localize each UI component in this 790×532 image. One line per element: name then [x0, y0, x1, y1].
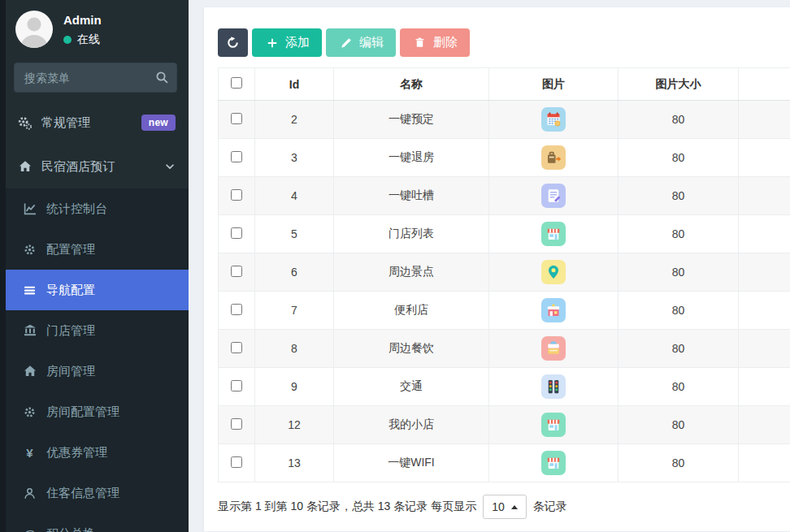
row-name: 一键吐槽 [334, 177, 489, 215]
user-panel: Admin 在线 [0, 0, 189, 56]
column-header: 图片 [489, 68, 619, 101]
row-select-cell [219, 253, 255, 292]
search-icon[interactable] [155, 71, 168, 87]
table-row[interactable]: 3一键退房80 [219, 139, 790, 177]
at-icon: @ [22, 528, 37, 532]
refresh-button[interactable] [218, 28, 248, 57]
column-header: 名称 [334, 68, 489, 101]
column-header: 图片大小 [619, 68, 739, 101]
table-row[interactable]: 9交通80 [219, 368, 790, 406]
sidebar-item-coupon-management[interactable]: ¥优惠券管理 [0, 432, 189, 473]
row-image-size: 80 [619, 101, 739, 139]
table-row[interactable]: 12我的小店80 [219, 406, 790, 444]
table-toolbar: 添加 编辑 删除 [218, 28, 790, 57]
edit-button[interactable]: 编辑 [326, 28, 396, 57]
sidebar-item-label: 统计控制台 [46, 201, 107, 217]
chevron-down-icon [164, 161, 176, 172]
yen-icon: ¥ [22, 447, 37, 459]
row-select-cell [219, 177, 255, 215]
row-actions-cell [739, 253, 790, 292]
row-image-cell [489, 292, 619, 330]
person-icon [15, 11, 53, 48]
row-id: 5 [255, 215, 334, 253]
sidebar-item-label: 房间配置管理 [46, 404, 119, 420]
sidebar-item-room-management[interactable]: 房间管理 [0, 351, 189, 391]
sidebar-item-points-exchange[interactable]: @积分兑换 [0, 513, 189, 532]
row-image-cell [489, 101, 619, 139]
row-select-cell [219, 101, 255, 139]
row-name: 我的小店 [334, 406, 489, 444]
sidebar-item-guest-info-management[interactable]: 住客信息管理 [0, 473, 189, 513]
row-image-size: 80 [619, 368, 739, 406]
row-checkbox[interactable] [231, 113, 242, 124]
sidebar-item-stats-console[interactable]: 统计控制台 [0, 188, 189, 229]
pagination: 显示第 1 到第 10 条记录，总共 13 条记录 每页显示 10 条记录 [218, 495, 790, 519]
sidebar-item-label: 常规管理 [41, 115, 90, 131]
avatar [15, 11, 53, 48]
trash-icon [412, 37, 428, 48]
row-select-cell [219, 139, 255, 177]
select-all-checkbox[interactable] [231, 77, 242, 89]
delete-button[interactable]: 删除 [400, 28, 470, 57]
row-checkbox[interactable] [231, 342, 242, 353]
gears-icon [17, 116, 33, 130]
user-name: Admin [63, 13, 102, 27]
table-row[interactable]: 4一键吐槽80 [219, 177, 790, 215]
pin-icon [541, 260, 566, 284]
table-header-row: Id名称图片图片大小 [219, 68, 790, 101]
bank-icon [22, 324, 37, 337]
sidebar-item-room-config-management[interactable]: 房间配置管理 [0, 391, 189, 432]
sidebar-item-label: 优惠券管理 [46, 445, 107, 461]
table-row[interactable]: 6周边景点80 [219, 253, 790, 292]
pagination-summary-prefix: 显示第 1 到第 10 条记录，总共 13 条记录 每页显示 [218, 500, 476, 514]
sidebar-item-config-management[interactable]: 配置管理 [0, 229, 189, 270]
main-content: 添加 编辑 删除 [189, 0, 790, 532]
column-header: Id [255, 68, 334, 101]
home-icon [22, 365, 37, 378]
sidebar-item-label: 积分兑换 [46, 526, 95, 532]
traffic-icon [541, 374, 566, 399]
row-checkbox[interactable] [231, 456, 242, 468]
table-row[interactable]: 2一键预定80 [219, 101, 790, 139]
row-checkbox[interactable] [231, 304, 242, 315]
add-button[interactable]: 添加 [252, 28, 322, 57]
store-icon [541, 413, 566, 437]
row-checkbox[interactable] [231, 418, 242, 430]
row-checkbox[interactable] [231, 380, 242, 391]
row-image-cell [489, 330, 619, 368]
sidebar-item-nav-config[interactable]: 导航配置 [0, 270, 189, 310]
sidebar-item-homestay-hotel-booking[interactable]: 民宿酒店预订 [0, 145, 189, 188]
sidebar-item-general-management[interactable]: 常规管理new [0, 101, 189, 145]
row-checkbox[interactable] [231, 189, 242, 201]
select-all-header [219, 68, 255, 101]
online-status-label: 在线 [77, 32, 100, 47]
row-image-cell [489, 177, 619, 215]
row-id: 7 [255, 292, 334, 330]
table-row[interactable]: 13一键WIFI80 [219, 444, 790, 482]
row-checkbox[interactable] [231, 266, 242, 277]
row-image-cell [489, 253, 619, 292]
row-image-size: 80 [619, 215, 739, 253]
row-image-size: 80 [619, 444, 739, 482]
sidebar-item-store-management[interactable]: 门店管理 [0, 310, 189, 351]
delete-button-label: 删除 [433, 35, 458, 50]
search-input[interactable] [14, 63, 177, 93]
row-id: 9 [255, 368, 334, 406]
row-actions-cell [739, 139, 790, 177]
table-row[interactable]: 5门店列表80 [219, 215, 790, 253]
row-actions-cell [739, 292, 790, 330]
row-checkbox[interactable] [231, 151, 242, 162]
row-checkbox[interactable] [231, 227, 242, 239]
row-image-size: 80 [619, 406, 739, 444]
chart-icon [22, 202, 37, 215]
page-size-dropdown[interactable]: 10 [483, 495, 527, 519]
user-icon [22, 487, 37, 500]
note-icon [541, 184, 566, 208]
data-table: Id名称图片图片大小 2一键预定803一键退房804一键吐槽805门店列表806… [218, 67, 790, 482]
admin-app: Admin 在线 常规管理new民宿酒店预订统计控制台配置管理导航配置门店管理房… [0, 0, 790, 532]
table-row[interactable]: 7便利店80 [219, 292, 790, 330]
row-id: 4 [255, 177, 334, 215]
row-select-cell [219, 368, 255, 406]
gear-icon [22, 406, 37, 418]
table-row[interactable]: 8周边餐饮80 [219, 330, 790, 368]
